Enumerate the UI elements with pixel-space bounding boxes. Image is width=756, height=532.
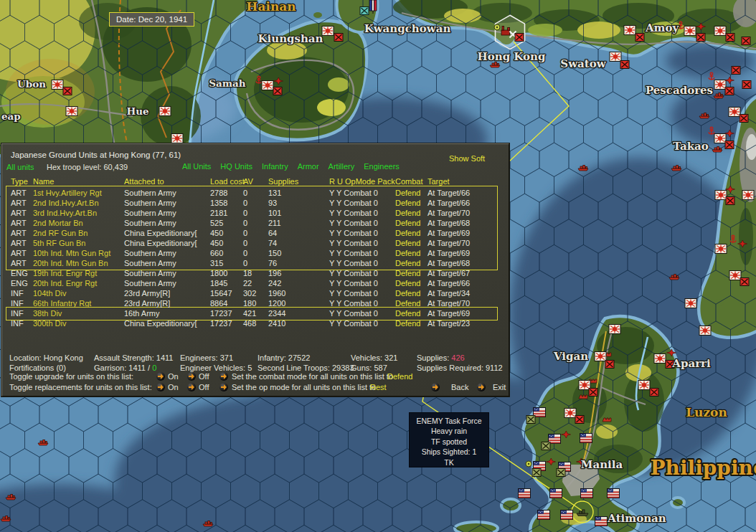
japanese-unit-icon[interactable] xyxy=(575,416,584,424)
unit-row[interactable]: ART1st Hvy.Artillery RgtSouthern Army278… xyxy=(2,188,510,198)
allied-unit-icon[interactable] xyxy=(360,7,369,15)
japanese-base-icon[interactable] xyxy=(624,26,635,35)
tab-artillery[interactable]: Artillery xyxy=(329,162,355,171)
japanese-unit-icon[interactable] xyxy=(732,67,740,75)
japanese-base-icon[interactable] xyxy=(699,326,711,336)
japanese-base-icon[interactable] xyxy=(322,27,334,36)
unit-row[interactable]: ART2nd RF Gun BnChina Expeditionary[4500… xyxy=(2,228,510,238)
fortification-icon[interactable] xyxy=(603,418,611,422)
japanese-base-icon[interactable] xyxy=(66,107,77,116)
japanese-base-icon[interactable] xyxy=(714,27,726,36)
back-button[interactable]: Back xyxy=(451,383,468,392)
japanese-base-icon[interactable] xyxy=(714,134,726,143)
japanese-unit-icon[interactable] xyxy=(696,34,705,42)
japanese-base-icon[interactable] xyxy=(638,381,650,390)
set-op-mode-arrow-icon[interactable] xyxy=(219,383,228,391)
japanese-unit-icon[interactable] xyxy=(725,141,734,149)
japanese-unit-icon[interactable] xyxy=(635,34,644,42)
japanese-unit-icon[interactable] xyxy=(726,34,734,42)
japanese-base-icon[interactable] xyxy=(685,299,696,308)
japanese-base-icon[interactable] xyxy=(609,325,620,334)
japanese-unit-icon[interactable] xyxy=(726,197,734,205)
upgrade-on-arrow-icon[interactable] xyxy=(156,372,165,381)
base-dot-icon[interactable] xyxy=(494,24,500,30)
unit-row[interactable]: ART3rd Ind.Hvy.Art.BnSouthern Army218101… xyxy=(2,208,510,218)
us-unit-icon[interactable] xyxy=(581,489,593,498)
japanese-unit-icon[interactable] xyxy=(334,34,343,42)
allied-unit-icon[interactable] xyxy=(557,469,565,477)
allied-unit-icon[interactable] xyxy=(542,442,550,450)
japanese-base-icon[interactable] xyxy=(262,81,273,90)
japanese-unit-icon[interactable] xyxy=(725,87,734,95)
upgrade-on-button[interactable]: On xyxy=(168,372,179,381)
us-unit-icon[interactable] xyxy=(580,434,592,443)
japanese-unit-icon[interactable] xyxy=(605,361,614,369)
unit-row[interactable]: ENG20th Ind. Engr RgtSouthern Army184522… xyxy=(2,278,510,288)
base-dot-icon[interactable] xyxy=(526,461,531,467)
us-unit-icon[interactable] xyxy=(550,489,562,498)
japanese-base-icon[interactable] xyxy=(564,409,576,418)
allied-unit-icon[interactable] xyxy=(532,469,541,477)
japanese-unit-icon[interactable] xyxy=(515,34,524,42)
japanese-base-icon[interactable] xyxy=(742,191,754,200)
japanese-base-icon[interactable] xyxy=(684,27,696,36)
japanese-unit-icon[interactable] xyxy=(742,81,751,89)
tab-armor[interactable]: Armor xyxy=(298,162,319,171)
japanese-unit-icon[interactable] xyxy=(742,37,750,45)
tab-engineers[interactable]: Engineers xyxy=(364,162,400,171)
japanese-unit-icon[interactable] xyxy=(620,61,629,69)
japanese-unit-icon[interactable] xyxy=(589,389,597,396)
unit-row[interactable]: ENG19th Ind. Engr RgtSouthern Army180018… xyxy=(2,268,510,278)
unit-row[interactable]: ART2nd Mortar BnSouthern Army5250211Y Y … xyxy=(2,218,510,228)
upgrade-off-arrow-icon[interactable] xyxy=(187,372,196,381)
unit-row[interactable]: INF38th Div16th Army172374212344Y Y Comb… xyxy=(2,308,510,318)
replacements-off-arrow-icon[interactable] xyxy=(187,383,196,391)
unit-row[interactable]: ART10th Ind. Mtn Gun RgtSouthern Army660… xyxy=(2,248,510,258)
unit-row[interactable]: INF66th Infantry Rgt23rd Army[R]88641801… xyxy=(2,298,510,308)
us-unit-icon[interactable] xyxy=(595,517,608,526)
japanese-unit-icon[interactable] xyxy=(740,115,748,123)
unit-row[interactable]: INF300th DivChina Expeditionary[17237468… xyxy=(2,318,510,328)
unit-load: 450 xyxy=(210,239,223,248)
us-unit-icon[interactable] xyxy=(519,489,531,498)
replacements-off-button[interactable]: Off xyxy=(199,383,209,392)
japanese-unit-icon[interactable] xyxy=(740,278,749,286)
unit-row[interactable]: ART20th Ind. Mtn Gun BnSouthern Army3150… xyxy=(2,258,510,268)
japanese-unit-icon[interactable] xyxy=(273,87,282,95)
tab-hq-units[interactable]: HQ Units xyxy=(220,162,252,171)
japanese-base-icon[interactable] xyxy=(171,134,183,143)
back-arrow-icon[interactable] xyxy=(431,383,440,391)
unit-row[interactable]: ART5th RF Gun BnChina Expeditionary[4500… xyxy=(2,238,510,248)
japanese-base-icon[interactable] xyxy=(654,354,666,364)
japanese-base-icon[interactable] xyxy=(729,108,740,117)
japanese-base-icon[interactable] xyxy=(715,191,727,200)
japanese-base-icon[interactable] xyxy=(714,80,726,90)
upgrade-off-button[interactable]: Off xyxy=(199,372,209,381)
us-unit-icon[interactable] xyxy=(538,510,550,520)
japanese-unit-icon[interactable] xyxy=(650,389,658,396)
tab-all-units[interactable]: All Units xyxy=(182,162,211,171)
us-unit-icon[interactable] xyxy=(561,510,573,520)
show-soft-toggle[interactable]: Show Soft xyxy=(449,154,485,163)
tab-infantry[interactable]: Infantry xyxy=(262,162,288,171)
unit-supplies: 93 xyxy=(268,199,277,208)
unit-row[interactable]: ART2nd Ind.Hvy.Art.BnSouthern Army135809… xyxy=(2,198,510,208)
fortification-icon[interactable] xyxy=(579,395,587,399)
japanese-unit-icon[interactable] xyxy=(63,87,72,95)
unit-row[interactable]: INF104th Div23rd Army[R]156473021960Y Y … xyxy=(2,288,510,298)
set-combat-mode-arrow-icon[interactable] xyxy=(219,372,228,381)
exit-button[interactable]: Exit xyxy=(493,383,506,392)
unit-combat: Defend xyxy=(395,299,420,308)
exit-arrow-icon[interactable] xyxy=(477,383,486,391)
japanese-base-icon[interactable] xyxy=(52,80,63,90)
japanese-base-icon[interactable] xyxy=(595,352,606,361)
allied-unit-icon[interactable] xyxy=(526,416,535,424)
japanese-base-icon[interactable] xyxy=(715,244,727,254)
replacements-on-arrow-icon[interactable] xyxy=(156,383,165,391)
japanese-base-icon[interactable] xyxy=(729,271,741,280)
japanese-base-icon[interactable] xyxy=(159,107,171,116)
unit-type: ART xyxy=(11,209,27,218)
replacements-on-button[interactable]: On xyxy=(168,383,179,392)
japanese-base-icon[interactable] xyxy=(610,52,621,62)
us-unit-icon[interactable] xyxy=(608,489,620,498)
